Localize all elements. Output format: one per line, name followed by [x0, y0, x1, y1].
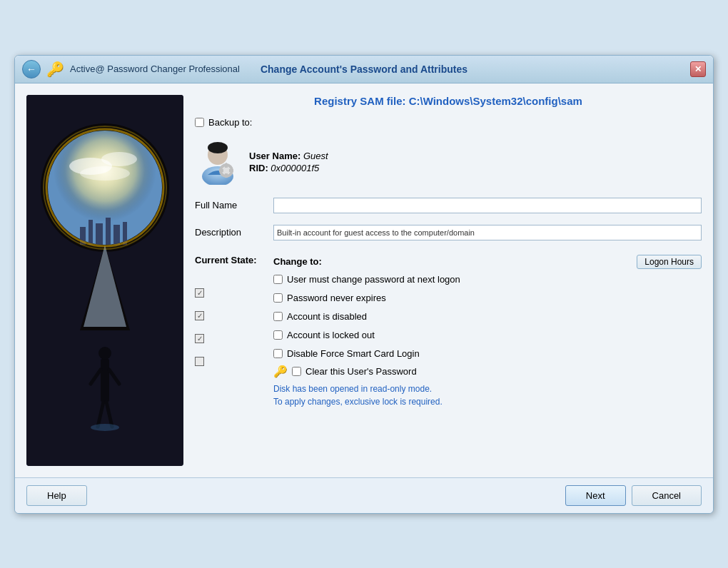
svg-rect-32	[219, 169, 223, 172]
change-checkbox-1[interactable]	[273, 275, 283, 284]
dialog-title: Change Account's Password and Attributes	[261, 64, 467, 75]
user-details: User Name: Guest RID: 0x000001f5	[249, 151, 328, 173]
clear-password-label: Clear this User's Password	[305, 366, 417, 377]
description-label: Description	[195, 227, 273, 238]
svg-point-4	[48, 131, 162, 245]
content-area: Registry SAM file: C:\Windows\System32\c…	[15, 83, 713, 477]
backup-label: Backup to:	[208, 117, 252, 128]
username-label: User Name:	[249, 151, 303, 161]
backup-row: Backup to:	[195, 117, 702, 128]
check-item-5: Disable Force Smart Card Login	[273, 346, 702, 362]
cancel-button[interactable]: Cancel	[632, 485, 702, 506]
username-row: User Name: Guest	[249, 151, 328, 161]
clear-password-row: 🔑 Clear this User's Password	[273, 365, 702, 378]
user-info-row: User Name: Guest RID: 0x000001f5	[195, 139, 702, 185]
svg-rect-9	[89, 220, 93, 245]
backup-checkbox[interactable]	[195, 118, 204, 127]
description-input[interactable]	[273, 225, 702, 240]
current-state-label: Current State:	[195, 255, 273, 265]
svg-point-22	[91, 424, 119, 431]
keyhole-image	[26, 95, 183, 466]
change-checkbox-3[interactable]	[273, 312, 283, 321]
main-window: ← 🔑 Active@ Password Changer Professiona…	[14, 55, 714, 514]
warning-text: Disk has been opened in read-only mode. …	[273, 382, 702, 408]
current-check-icon-2: ✓	[195, 311, 204, 320]
svg-point-6	[101, 152, 137, 166]
change-to-label: Change to:	[273, 256, 322, 267]
rid-label: RID:	[249, 163, 271, 173]
warning-line-1: Disk has been opened in read-only mode.	[273, 382, 702, 395]
app-icon: 🔑	[46, 61, 64, 78]
key-icon: 🔑	[273, 365, 288, 378]
svg-point-17	[98, 347, 111, 360]
svg-rect-31	[225, 173, 228, 178]
description-row: Description	[195, 225, 702, 240]
svg-point-27	[208, 142, 228, 153]
title-bar-left: ← 🔑 Active@ Password Changer Professiona…	[22, 60, 240, 78]
current-check-icon-3: ✓	[195, 334, 204, 343]
check-label-3: Account is disabled	[287, 311, 367, 322]
right-buttons: Next Cancel	[565, 485, 702, 506]
warning-line-2: To apply changes, exclusive lock is requ…	[273, 395, 702, 408]
state-label-col: Current State: ✓ ✓ ✓	[195, 255, 273, 408]
help-button[interactable]: Help	[26, 485, 87, 506]
current-checks: ✓ ✓ ✓	[195, 285, 273, 370]
current-check-4	[195, 354, 273, 370]
close-button[interactable]: ✕	[690, 61, 706, 77]
user-avatar	[195, 139, 241, 185]
svg-rect-33	[229, 169, 233, 172]
check-label-5: Disable Force Smart Card Login	[287, 348, 420, 359]
current-check-1: ✓	[195, 285, 273, 301]
current-check-icon-1: ✓	[195, 288, 204, 298]
username-value: Guest	[303, 151, 328, 161]
check-item-4: Account is locked out	[273, 328, 702, 343]
next-button[interactable]: Next	[565, 485, 626, 506]
check-label-4: Account is locked out	[287, 330, 375, 340]
check-item-2: Password never expires	[273, 290, 702, 306]
app-title: Active@ Password Changer Professional	[70, 64, 240, 74]
current-check-2: ✓	[195, 308, 273, 324]
logon-hours-button[interactable]: Logon Hours	[637, 255, 702, 269]
change-checkbox-5[interactable]	[273, 349, 283, 358]
change-checks: User must change password at next logon …	[273, 272, 702, 362]
current-check-3: ✓	[195, 331, 273, 347]
back-button[interactable]: ←	[22, 60, 41, 78]
svg-rect-10	[96, 223, 103, 245]
rid-value: 0x000001f5	[271, 163, 319, 173]
change-header-row: Change to: Logon Hours	[273, 255, 702, 269]
sam-title: Registry SAM file: C:\Windows\System32\c…	[195, 95, 702, 107]
change-checkbox-2[interactable]	[273, 293, 283, 303]
right-panel: Registry SAM file: C:\Windows\System32\c…	[195, 95, 702, 466]
rid-row: RID: 0x000001f5	[249, 163, 328, 173]
clear-password-checkbox[interactable]	[292, 367, 301, 376]
state-section: Current State: ✓ ✓ ✓	[195, 255, 702, 408]
title-bar: ← 🔑 Active@ Password Changer Professiona…	[15, 56, 713, 83]
change-checkbox-4[interactable]	[273, 330, 283, 340]
check-item-3: Account is disabled	[273, 309, 702, 325]
svg-rect-11	[106, 218, 111, 245]
check-label-1: User must change password at next logon	[287, 274, 460, 285]
svg-rect-12	[113, 225, 120, 245]
fullname-label: Full Name	[195, 200, 273, 211]
svg-point-7	[80, 166, 130, 181]
svg-rect-16	[101, 359, 109, 402]
fullname-input[interactable]	[273, 198, 702, 213]
check-item-1: User must change password at next logon	[273, 272, 702, 288]
bottom-bar: Help Next Cancel	[15, 477, 713, 513]
fullname-row: Full Name	[195, 198, 702, 213]
change-col: Change to: Logon Hours User must change …	[273, 255, 702, 408]
current-check-icon-4	[195, 357, 204, 366]
check-label-2: Password never expires	[287, 293, 386, 303]
